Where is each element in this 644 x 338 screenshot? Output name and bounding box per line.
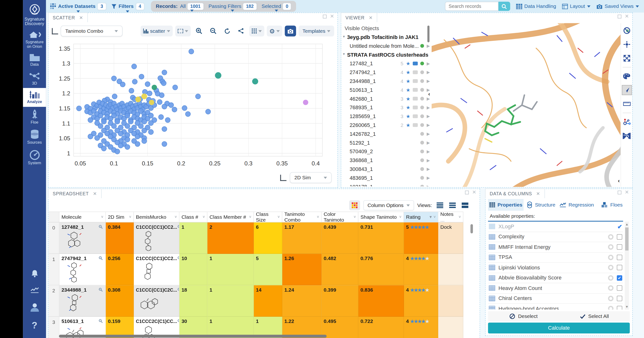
column-menu-icon[interactable]: ˅ (175, 215, 177, 219)
expand-chevron-icon[interactable]: ▾ (343, 52, 345, 56)
visibility-dot-icon[interactable] (420, 167, 424, 171)
spreadsheet-maximize-icon[interactable] (465, 191, 469, 194)
view-large-button[interactable] (460, 201, 470, 210)
star-icon[interactable]: ★ (406, 104, 410, 110)
table-row[interactable]: 12747942_1🔍︎0.256C1CCC(CC1)CC2...🔍︎10151… (48, 254, 474, 285)
item-chevron-icon[interactable]: ▶ (427, 149, 430, 154)
cell-class-size[interactable]: 6 (254, 223, 282, 254)
search-input[interactable] (445, 2, 498, 11)
cell-2d-sim[interactable]: 0.308 (106, 285, 134, 317)
property-radio[interactable] (608, 296, 614, 301)
property-row-xlogp[interactable]: XLogP✔ (488, 222, 623, 232)
user-profile-button[interactable] (23, 299, 46, 316)
cell-tanimoto-combo[interactable]: 1.26 (282, 254, 322, 285)
visibility-dot-icon[interactable] (420, 88, 424, 92)
column-menu-icon[interactable]: ˅ (317, 215, 319, 219)
scroll-down-icon[interactable]: ▼ (625, 305, 628, 309)
property-checkbox[interactable] (617, 285, 622, 291)
active-datasets-control[interactable]: Active Datasets 3 (48, 0, 108, 13)
column-header-rating[interactable]: Rating▼ ˅ (404, 212, 438, 223)
measure-tool[interactable] (622, 99, 632, 109)
records-all[interactable]: All1001 (180, 1, 204, 12)
item-chevron-icon[interactable]: ▶ (427, 140, 430, 145)
property-radio[interactable] (608, 244, 614, 250)
item-chevron-icon[interactable]: ▶ (427, 167, 430, 172)
color-style-tool[interactable] (622, 71, 632, 81)
rating-stars[interactable]: ★★★★★ (410, 287, 429, 292)
spreadsheet-tab[interactable]: SPREADSHEET ✕ (48, 189, 102, 198)
visibility-dot-icon[interactable] (420, 158, 424, 162)
hide-object-tool[interactable] (622, 26, 632, 36)
visibility-dot-icon[interactable] (420, 185, 424, 187)
property-checkbox[interactable] (617, 244, 622, 250)
cell-molecule[interactable]: 127482_1🔍︎ (60, 223, 106, 254)
cell-class-member[interactable]: 1 (207, 285, 254, 317)
grid-options-button[interactable] (249, 26, 264, 37)
cell-color-tanimoto[interactable]: 0.482 (322, 254, 358, 285)
color-grid-button[interactable] (349, 200, 360, 210)
cell-rating[interactable]: 4 ★★★★★ (404, 317, 438, 338)
spreadsheet-close-icon[interactable]: ✕ (472, 191, 476, 194)
viewer-maximize-icon[interactable] (618, 15, 621, 19)
magnifier-icon[interactable]: 🔍︎ (98, 287, 103, 293)
property-radio[interactable] (608, 234, 614, 240)
tab-regression[interactable]: Regression (559, 199, 594, 211)
item-chevron-icon[interactable]: ▶ (427, 61, 430, 66)
star-icon[interactable]: ★ (406, 61, 410, 66)
deselect-button[interactable]: Deselect (488, 311, 559, 321)
property-checkbox[interactable] (617, 255, 622, 260)
magnifier-icon[interactable]: 🔍︎ (177, 318, 180, 324)
layout-button[interactable]: Layout (562, 3, 590, 9)
search-button[interactable] (498, 2, 510, 11)
zoom-out-button[interactable] (207, 26, 219, 37)
sidebar-item-sources[interactable]: Sources (23, 127, 46, 147)
viewer-list-collapse-handle[interactable]: ‹ (428, 91, 430, 97)
scatter-tab[interactable]: SCATTER ✕ (48, 13, 88, 22)
property-row-tpsa[interactable]: TPSA (488, 252, 623, 263)
cell-bemismurcko[interactable]: C1CCC(CC1)C2C...🔍︎ (134, 285, 180, 317)
column-header-molecule[interactable]: Molecule˅ (60, 212, 106, 223)
rating-stars[interactable]: ★★★★★ (410, 319, 429, 324)
property-radio[interactable] (608, 265, 614, 270)
item-chevron-icon[interactable]: ▶ (427, 176, 430, 180)
column-header-color-tanimoto[interactable]: Color Tanimoto˅ (322, 212, 358, 223)
viewer-tab-close-icon[interactable]: ✕ (369, 15, 373, 20)
viewer-item[interactable]: 300843_1▶ (343, 165, 431, 174)
viewer-panel-collapse-handle[interactable]: ‹ (618, 178, 620, 184)
scatter-tab-close-icon[interactable]: ✕ (79, 15, 83, 20)
cell-shape-tanimoto[interactable]: 0.722 (358, 317, 404, 338)
note-bubble-icon[interactable] (413, 88, 418, 92)
y-axis-selector[interactable]: Tanimoto Combo (60, 26, 122, 37)
visibility-dot-icon[interactable] (420, 79, 424, 83)
property-row-mmff-internal-energy[interactable]: MMFF Internal Energy (488, 242, 623, 252)
surface-pocket-tool[interactable] (622, 131, 632, 141)
scatter-close-icon[interactable]: ✕ (330, 15, 334, 19)
cell-molecule[interactable]: 2344988_1🔍︎ (60, 285, 106, 317)
fit-view-tool[interactable] (622, 53, 632, 63)
viewer-item[interactable]: 336868_1▶ (343, 156, 431, 165)
saved-views-button[interactable]: Saved Views (596, 3, 639, 9)
cell-color-tanimoto[interactable]: 0.399 (322, 285, 358, 317)
data-columns-tab-close-icon[interactable]: ✕ (536, 191, 540, 196)
select-region-button[interactable] (175, 26, 191, 37)
spreadsheet-horizontal-scrollbar[interactable] (59, 335, 327, 337)
viewer-item[interactable]: 2260065_12★▶ (343, 121, 431, 129)
spreadsheet-tab-close-icon[interactable]: ✕ (93, 191, 97, 196)
item-chevron-icon[interactable]: ▶ (427, 105, 430, 110)
item-chevron-icon[interactable]: ▶ (427, 131, 430, 136)
property-checkbox[interactable] (617, 296, 622, 301)
cell-color-tanimoto[interactable]: 0.495 (322, 317, 358, 338)
visibility-dot-icon[interactable] (420, 132, 424, 136)
property-row-lipinski-violations[interactable]: Lipinski Violations (488, 263, 623, 273)
visibility-dot-icon[interactable] (420, 97, 424, 101)
column-header-2d-sim[interactable]: 2D Sim˅ (106, 212, 134, 223)
property-row-chiral-centers[interactable]: Chiral Centers (488, 293, 623, 304)
viewer-tab[interactable]: VIEWER ✕ (341, 13, 377, 22)
property-radio[interactable] (608, 275, 614, 281)
magnifier-icon[interactable]: 🔍︎ (177, 287, 180, 293)
viewer-group[interactable]: ▾3eyg.pdb Tofacitinib in JAK1 (343, 33, 431, 42)
magnifier-icon[interactable]: 🔍︎ (98, 256, 103, 261)
cell-rating[interactable]: 4 ★★★★★ (404, 285, 438, 317)
cell-bemismurcko[interactable]: C1CCC(CC1)CC2...🔍︎ (134, 254, 180, 285)
help-button[interactable]: ? (23, 316, 46, 335)
